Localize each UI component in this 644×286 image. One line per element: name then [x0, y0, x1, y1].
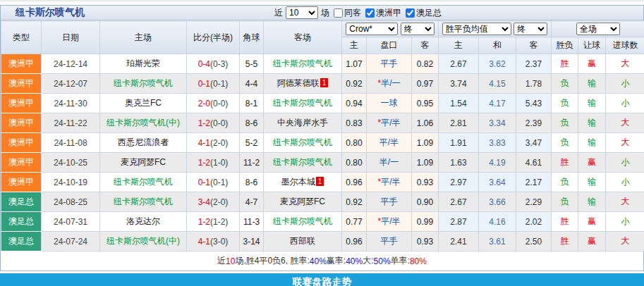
competition-badge: 澳洲甲	[1, 94, 42, 113]
odds-home-win: 2.67	[439, 54, 479, 74]
europe-source-select[interactable]: 胜平负均值	[442, 23, 511, 35]
competition-badge: 澳洲甲	[1, 133, 42, 153]
handicap-home-odds: 0.92	[342, 192, 367, 212]
competition-badge: 澳足总	[1, 232, 42, 251]
away-team-name[interactable]: 纽卡斯尔喷气机	[273, 216, 332, 226]
match-row: 澳洲甲24-11-30奥克兰FC2-0(0-0)8-1纽卡斯尔喷气机0.94一球…	[1, 94, 644, 113]
score-cell: 3-4(2-0)	[187, 192, 240, 212]
home-team-name[interactable]: 奥克兰FC	[125, 98, 162, 108]
halftime-score: (0-0)	[210, 99, 228, 108]
away-team-name[interactable]: 墨尔本城	[281, 177, 315, 187]
result-scope-select[interactable]: 全场	[576, 23, 620, 35]
result-handicap: 输	[578, 74, 606, 94]
home-team-name[interactable]: 纽卡斯尔喷气机	[114, 177, 173, 187]
league-checkbox[interactable]	[365, 8, 375, 18]
home-team-name[interactable]: 纽卡斯尔喷气机	[114, 78, 173, 88]
score-cell: 1-2(1-2)	[187, 212, 240, 232]
match-row: 澳洲甲24-10-25麦克阿瑟FC1-2(1-0)11-2纽卡斯尔喷气机0.80…	[1, 153, 644, 173]
handicap-company-select[interactable]: Crow*	[346, 23, 398, 35]
home-team-name[interactable]: 洛克达尔	[126, 216, 160, 226]
handicap-home-odds: 0.77	[342, 212, 367, 232]
odds-away-win: 1.78	[516, 74, 552, 94]
odds-draw: 3.61	[479, 232, 516, 251]
handicap-select-cell: Crow* 终	[342, 21, 439, 37]
odds-home-win: 2.81	[439, 113, 479, 133]
result-goals: 大	[606, 54, 644, 74]
stats-page: 纽卡斯尔喷气机 近 10 场 同客 澳洲甲 澳足总	[0, 0, 644, 286]
score-cell: 1-2(1-0)	[187, 153, 240, 173]
odds-home-win: 2.97	[439, 173, 479, 192]
cup-filter[interactable]: 澳足总	[406, 7, 442, 19]
handicap-away-odds: 0.90	[412, 192, 439, 212]
odds-away-win: 5.43	[516, 94, 552, 113]
same-away-checkbox[interactable]	[334, 8, 343, 18]
match-count-select[interactable]: 10	[286, 6, 318, 19]
col-header-home: 主场	[100, 21, 187, 54]
summary-segment: 单率:	[391, 255, 410, 267]
handicap-time-select[interactable]: 终	[401, 23, 435, 35]
home-team-name[interactable]: 麦克阿瑟FC	[121, 157, 166, 167]
odds-away-win: 4.61	[516, 153, 552, 173]
result-handicap: 输	[578, 113, 606, 133]
result-scope-cell: 全场	[552, 21, 644, 37]
handicap-line: *平/半	[367, 212, 412, 232]
home-team-name[interactable]: 珀斯光荣	[126, 58, 160, 68]
halftime-score: (0-3)	[210, 59, 228, 69]
odds-draw: 4.19	[479, 153, 516, 173]
cup-checkbox[interactable]	[406, 8, 415, 18]
line-change-star: *	[377, 78, 381, 88]
result-goals: 大	[606, 133, 644, 153]
europe-time-select[interactable]: 终	[514, 23, 547, 35]
result-winloss: 胜	[552, 212, 578, 232]
result-winloss: 负	[552, 94, 578, 113]
cup-filter-label: 澳足总	[416, 7, 442, 19]
away-team-cell: 中央海岸水手	[264, 113, 342, 133]
away-team-name[interactable]: 中央海岸水手	[277, 118, 328, 128]
away-team-cell: 麦克阿瑟FC	[264, 192, 342, 212]
handicap-away-odds: 0.93	[412, 232, 439, 251]
handicap-home-odds: 0.80	[342, 153, 367, 173]
home-team-name[interactable]: 纽卡斯尔喷气机	[114, 197, 173, 206]
league-filter[interactable]: 澳洲甲	[365, 7, 401, 19]
odds-draw: 3.83	[479, 133, 516, 153]
section-header-trend: 联赛盘路走势	[0, 273, 644, 286]
away-team-name[interactable]: 纽卡斯尔喷气机	[273, 98, 332, 108]
same-away-filter[interactable]: 同客	[334, 7, 361, 19]
result-goals: 小	[606, 74, 644, 94]
competition-badge: 澳洲甲	[1, 74, 42, 94]
score-cell: 2-0(0-0)	[187, 94, 240, 113]
result-handicap: 赢	[578, 232, 606, 251]
match-table-body: 澳洲甲24-12-14珀斯光荣0-4(0-3)5-5纽卡斯尔喷气机1.07平手0…	[1, 54, 644, 251]
result-winloss: 胜	[552, 54, 578, 74]
away-team-name[interactable]: 麦克阿瑟FC	[280, 197, 325, 206]
away-team-cell: 纽卡斯尔喷气机	[264, 94, 342, 113]
away-team-name[interactable]: 西部联	[290, 236, 315, 246]
summary-segment: 40%	[310, 256, 327, 266]
handicap-home-odds: 0.94	[342, 94, 367, 113]
home-team-name[interactable]: 纽卡斯尔喷气机(中)	[107, 236, 180, 246]
result-winloss: 胜	[552, 153, 578, 173]
away-team-cell: 纽卡斯尔喷气机	[264, 212, 342, 232]
halftime-score: (1-0)	[210, 158, 228, 168]
result-handicap: 赢	[578, 212, 606, 232]
summary-segment: 10	[226, 256, 235, 266]
result-winloss: 胜	[552, 232, 578, 251]
home-team-name[interactable]: 纽卡斯尔喷气机(中)	[107, 118, 180, 128]
away-team-name[interactable]: 纽卡斯尔喷气机	[273, 137, 332, 147]
competition-badge: 澳洲甲	[1, 113, 42, 133]
result-handicap: 赢	[578, 153, 606, 173]
fulltime-score: 2-0	[198, 99, 210, 108]
home-team-name[interactable]: 西悉尼流浪者	[118, 137, 169, 147]
away-team-name[interactable]: 纽卡斯尔喷气机	[273, 58, 332, 68]
halftime-score: (2-0)	[210, 197, 228, 207]
away-team-name[interactable]: 纽卡斯尔喷气机	[273, 157, 332, 167]
score-cell: 4-1(2-0)	[187, 133, 240, 153]
result-handicap: 输	[578, 173, 606, 192]
summary-segment: 40%	[346, 256, 363, 266]
line-change-star: *	[377, 177, 381, 187]
away-team-name[interactable]: 阿德莱德联	[277, 78, 320, 88]
corners-cell: 8-1	[240, 94, 264, 113]
col-header-score: 比分(半场)	[187, 21, 240, 54]
halftime-score: (3-0)	[210, 237, 228, 247]
col-header-goals-result: 进球数	[606, 37, 644, 54]
